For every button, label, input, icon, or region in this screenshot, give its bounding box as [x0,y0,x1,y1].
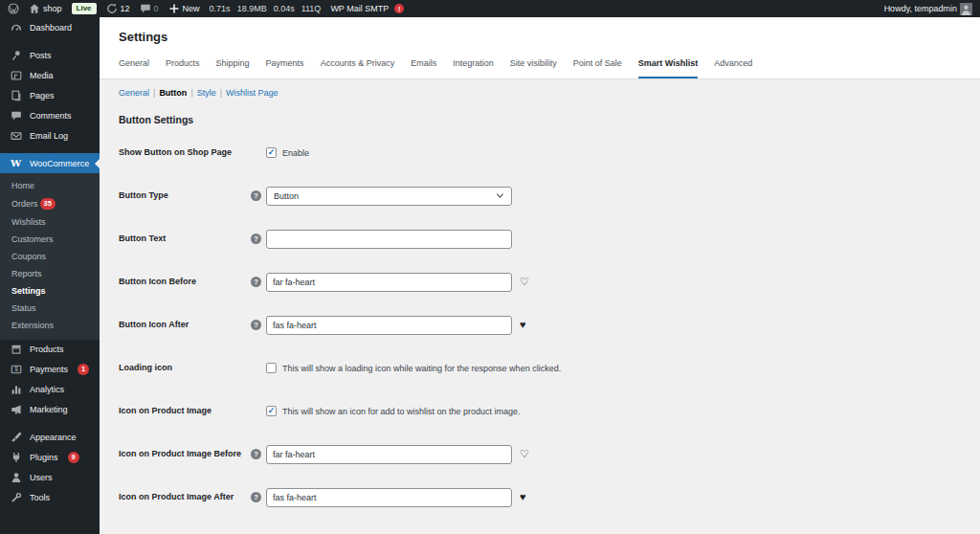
sidebar-item-woocommerce[interactable]: WWooCommerce [0,153,100,173]
sidebar-item-label: Comments [30,111,72,121]
tab-products[interactable]: Products [166,58,200,78]
submenu-item-orders[interactable]: Orders35 [0,194,100,213]
account-menu[interactable]: Howdy, tempadmin [884,3,972,15]
subnav-link-style[interactable]: Style [197,88,216,98]
help-cell: ? [251,449,266,459]
wordpress-menu[interactable] [8,3,19,14]
help-tip-icon[interactable]: ? [251,320,261,330]
tab-shipping[interactable]: Shipping [216,58,250,78]
admin-sidebar: DashboardPostsMediaPagesCommentsEmail Lo… [0,17,100,534]
settings-header: Settings GeneralProductsShippingPayments… [100,17,980,79]
checkbox-loading-icon[interactable] [266,363,277,373]
svg-text:$: $ [14,366,18,372]
select-value: Button [274,191,299,201]
howdy-text: Howdy, tempadmin [884,4,957,13]
tab-advanced[interactable]: Advanced [714,58,752,78]
setting-label: Icon on Product Image After [119,492,251,502]
checkbox-label: This will show an icon for add to wishli… [282,407,521,416]
submenu-item-home[interactable]: Home [0,177,100,194]
menu-separator [0,37,100,45]
tab-point-of-sale[interactable]: Point of Sale [573,58,622,78]
submenu-item-label: Coupons [11,252,46,261]
tab-emails[interactable]: Emails [411,58,436,78]
submenu-item-wishlists[interactable]: Wishlists [0,213,100,231]
sidebar-item-tools[interactable]: Tools [0,488,100,508]
perf-stat: 111Q [301,4,322,13]
help-tip-icon[interactable]: ? [251,190,261,201]
submenu-item-coupons[interactable]: Coupons [0,248,100,265]
checkbox-icon-on-product-image[interactable]: ✓ [266,406,277,416]
help-cell: ? [251,234,266,244]
input-button-text[interactable] [266,230,512,249]
sidebar-item-label: Dashboard [30,23,72,33]
sidebar-item-analytics[interactable]: Analytics [0,380,100,400]
setting-label: Show Button on Shop Page [119,147,251,158]
tab-accounts-privacy[interactable]: Accounts & Privacy [321,58,395,78]
help-tip-icon[interactable]: ? [251,492,261,502]
setting-row-icon-on-product-image: Icon on Product Image✓This will show an … [119,389,961,433]
select-button-type[interactable]: Button [266,187,512,206]
sidebar-item-appearance[interactable]: Appearance [0,428,100,448]
sidebar-item-email-log[interactable]: Email Log [0,125,100,145]
input-icon-on-product-image-after[interactable] [266,488,512,507]
envelope-icon [10,129,22,142]
tab-smart-wishlist[interactable]: Smart Wishlist [638,58,698,78]
setting-row-show-button-on-shop-page: Show Button on Shop Page✓Enable [119,131,961,174]
woocommerce-submenu: HomeOrders35WishlistsCustomersCouponsRep… [0,173,100,340]
submenu-item-customers[interactable]: Customers [0,231,100,248]
sidebar-item-pages[interactable]: Pages [0,85,100,105]
sidebar-item-label: Payments [30,365,68,374]
sidebar-item-payments[interactable]: $Payments1 [0,360,100,380]
heart-solid-icon: ♥ [520,320,526,330]
input-icon-on-product-image-before[interactable] [266,445,512,464]
submenu-item-status[interactable]: Status [0,300,100,317]
setting-label: Button Icon Before [119,277,251,287]
setting-control: ♥ [266,488,526,507]
sidebar-item-dashboard[interactable]: Dashboard [0,17,100,37]
sidebar-item-marketing[interactable]: Marketing [0,400,100,420]
help-tip-icon[interactable]: ? [251,234,261,244]
sidebar-item-users[interactable]: Users [0,468,100,488]
sidebar-item-media[interactable]: Media [0,65,100,85]
submenu-item-settings[interactable]: Settings [0,282,100,300]
live-badge: Live [72,3,97,14]
wp-mail-smtp-menu[interactable]: WP Mail SMTP ! [330,4,404,13]
tab-payments[interactable]: Payments [266,58,304,78]
sidebar-item-comments[interactable]: Comments [0,105,100,125]
comment-icon [140,3,151,14]
setting-control: Button [266,187,512,206]
site-name: shop [43,4,62,13]
setting-control: ♡ [266,445,529,464]
input-button-icon-after[interactable] [266,316,512,335]
tab-integration[interactable]: Integration [453,58,494,78]
comments-menu[interactable]: 0 [140,3,159,14]
admin-bar: shop Live 12 0 New 0.71s18.9MB0.04s111Q … [0,0,980,17]
sidebar-item-posts[interactable]: Posts [0,45,100,65]
setting-row-button-icon-before: Button Icon Before?♡ [119,260,961,303]
setting-row-icon-on-product-image-after: Icon on Product Image After?♥ [119,476,961,519]
chevron-down-icon [496,191,504,200]
submenu-item-label: Reports [11,269,42,278]
subnav-link-wishlist-page[interactable]: Wishlist Page [226,88,278,98]
submenu-item-extensions[interactable]: Extensions [0,317,100,334]
sidebar-item-label: Products [30,345,64,354]
count-badge: 1 [78,364,89,375]
submenu-item-reports[interactable]: Reports [0,265,100,282]
tab-general[interactable]: General [119,58,149,78]
sidebar-item-products[interactable]: Products [0,340,100,360]
site-link[interactable]: shop [29,3,62,14]
help-tip-icon[interactable]: ? [251,277,261,287]
input-button-icon-before[interactable] [266,273,512,292]
subnav-current-button: Button [159,88,187,98]
setting-row-loading-icon: Loading iconThis will show a loading ico… [119,346,961,389]
sidebar-item-label: Media [30,71,54,80]
performance-stats: 0.71s18.9MB0.04s111Q [210,4,322,13]
new-menu[interactable]: New [168,3,200,14]
sidebar-item-label: Analytics [30,385,64,394]
help-tip-icon[interactable]: ? [251,449,261,459]
sidebar-item-plugins[interactable]: Plugins9 [0,448,100,468]
tab-site-visibility[interactable]: Site visibility [510,58,557,78]
updates-menu[interactable]: 12 [106,3,130,14]
subnav-link-general[interactable]: General [119,88,149,98]
checkbox-show-button-on-shop-page[interactable]: ✓ [266,147,277,158]
